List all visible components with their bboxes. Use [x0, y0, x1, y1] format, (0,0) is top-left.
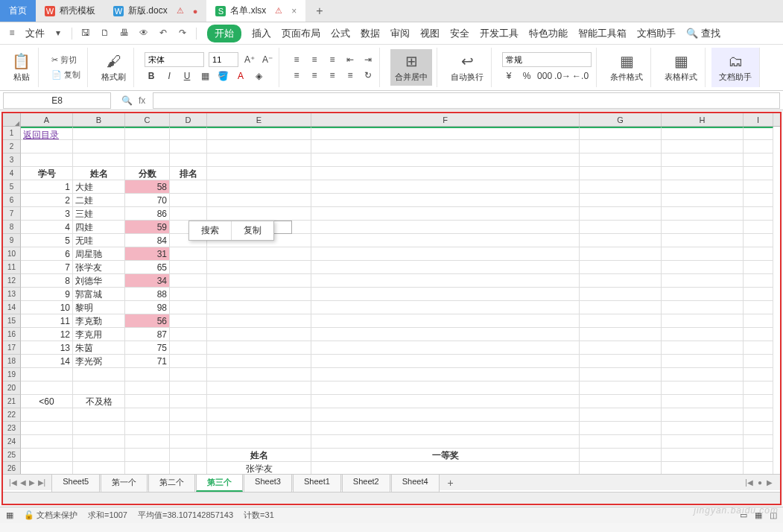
cell[interactable]: 四娃: [73, 221, 125, 234]
menu-dev[interactable]: 开发工具: [480, 27, 519, 40]
cell[interactable]: [207, 247, 311, 261]
cell[interactable]: [73, 140, 125, 153]
cell[interactable]: [580, 234, 662, 247]
cell[interactable]: [662, 341, 744, 355]
cell[interactable]: [311, 194, 580, 207]
cell[interactable]: [662, 221, 744, 234]
cell[interactable]: 75: [125, 341, 170, 355]
align-justify-icon[interactable]: ≡: [343, 69, 357, 82]
row-header[interactable]: 21: [3, 395, 21, 408]
cell[interactable]: 返回目录: [21, 127, 73, 140]
redo-icon[interactable]: ↷: [177, 28, 188, 39]
row-header[interactable]: 25: [3, 449, 21, 462]
cell[interactable]: 86: [125, 207, 170, 221]
comma-icon[interactable]: 000: [538, 69, 551, 83]
cell[interactable]: [580, 140, 662, 153]
cell[interactable]: [311, 355, 580, 368]
cell[interactable]: [744, 207, 773, 221]
cell[interactable]: [207, 422, 311, 435]
cell[interactable]: [662, 167, 744, 180]
menu-view[interactable]: 视图: [420, 27, 440, 40]
cell[interactable]: [662, 180, 744, 194]
sheet-tab[interactable]: 第一个: [101, 474, 148, 492]
cell[interactable]: 无哇: [73, 234, 125, 247]
cell[interactable]: [662, 234, 744, 247]
cell[interactable]: [580, 314, 662, 328]
underline-button[interactable]: U: [180, 69, 194, 83]
cell[interactable]: [311, 435, 580, 449]
cell[interactable]: 11: [21, 314, 73, 328]
cell[interactable]: [662, 422, 744, 435]
cell[interactable]: [207, 153, 311, 167]
cell[interactable]: [311, 288, 580, 301]
cell[interactable]: [744, 180, 773, 194]
preview-icon[interactable]: 👁: [138, 28, 150, 39]
cell[interactable]: [744, 261, 773, 274]
align-bottom-icon[interactable]: ≡: [326, 53, 339, 66]
cell[interactable]: [744, 395, 773, 408]
cell[interactable]: [311, 274, 580, 288]
indent-inc-icon[interactable]: ⇥: [361, 53, 375, 66]
cell[interactable]: [580, 221, 662, 234]
col-header[interactable]: F: [311, 113, 580, 126]
cell[interactable]: 59: [125, 221, 170, 234]
cell[interactable]: [744, 153, 773, 167]
cell[interactable]: [21, 381, 73, 395]
cell[interactable]: [744, 341, 773, 355]
sheet-tab[interactable]: Sheet3: [244, 474, 292, 492]
cell[interactable]: [311, 207, 580, 221]
indent-dec-icon[interactable]: ⇤: [343, 53, 357, 66]
cell[interactable]: [125, 435, 170, 449]
menu-data[interactable]: 数据: [361, 27, 380, 40]
cell[interactable]: [170, 381, 207, 395]
chevron-down-icon[interactable]: ▾: [52, 28, 64, 39]
cell[interactable]: 黎明: [73, 301, 125, 314]
cell[interactable]: 李克勤: [73, 314, 125, 328]
orientation-icon[interactable]: ↻: [361, 69, 375, 82]
cell[interactable]: 张学友: [73, 261, 125, 274]
cell[interactable]: [311, 261, 580, 274]
col-header[interactable]: I: [744, 113, 773, 126]
next-sheet-icon[interactable]: ▶: [29, 478, 35, 487]
cell[interactable]: [21, 422, 73, 435]
cell[interactable]: [311, 127, 580, 140]
menu-search[interactable]: 🔍 查找: [686, 27, 720, 40]
cell[interactable]: [73, 127, 125, 140]
cell[interactable]: 2: [21, 194, 73, 207]
row-header[interactable]: 11: [3, 261, 21, 274]
sheet-tab[interactable]: 第二个: [148, 474, 195, 492]
row-header[interactable]: 12: [3, 274, 21, 288]
cell[interactable]: 排名: [170, 167, 207, 180]
cell[interactable]: [744, 314, 773, 328]
cell[interactable]: [125, 395, 170, 408]
sheet-tab[interactable]: Sheet4: [391, 474, 440, 492]
cell[interactable]: [21, 368, 73, 381]
row-header[interactable]: 24: [3, 435, 21, 449]
cell[interactable]: [125, 422, 170, 435]
cell[interactable]: 84: [125, 234, 170, 247]
cell[interactable]: 14: [21, 355, 73, 368]
cell[interactable]: [170, 247, 207, 261]
row-header[interactable]: 18: [3, 355, 21, 368]
col-header[interactable]: G: [580, 113, 662, 126]
table-style-button[interactable]: ▦表格样式: [662, 51, 700, 84]
row-header[interactable]: 14: [3, 301, 21, 314]
doc-helper-button[interactable]: 🗂文档助手: [716, 51, 755, 84]
cell[interactable]: [311, 314, 580, 328]
cell[interactable]: [207, 140, 311, 153]
row-header[interactable]: 15: [3, 314, 21, 328]
row-header[interactable]: 19: [3, 368, 21, 381]
sheet-tab[interactable]: Sheet2: [342, 474, 390, 492]
cell[interactable]: [580, 261, 662, 274]
merge-center-button[interactable]: ⊞合并居中: [390, 49, 432, 86]
add-sheet-button[interactable]: +: [440, 477, 461, 489]
cell[interactable]: [744, 368, 773, 381]
cell[interactable]: [73, 153, 125, 167]
cell[interactable]: [311, 341, 580, 355]
font-name-select[interactable]: [145, 52, 204, 67]
cell[interactable]: [125, 127, 170, 140]
cell[interactable]: [311, 234, 580, 247]
cell[interactable]: [662, 127, 744, 140]
cell[interactable]: [125, 408, 170, 422]
cell[interactable]: [170, 180, 207, 194]
